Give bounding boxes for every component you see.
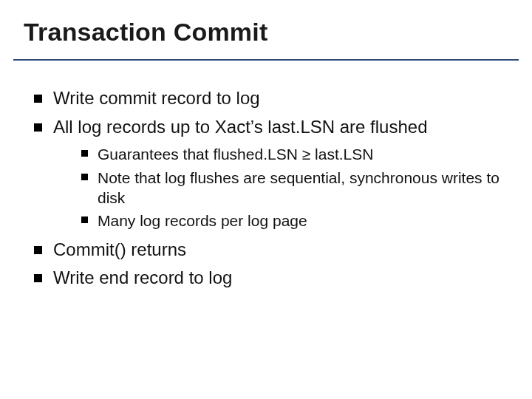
bullet-text: All log records up to Xact’s last.LSN ar… <box>53 117 427 137</box>
sub-bullet-item: Note that log flushes are sequential, sy… <box>78 168 502 208</box>
slide: Transaction Commit Write commit record t… <box>0 0 532 399</box>
slide-content: Write commit record to log All log recor… <box>30 87 502 296</box>
sub-bullet-item: Many log records per log page <box>78 211 502 231</box>
sub-bullet-list: Guarantees that flushed.LSN ≥ last.LSN N… <box>53 144 502 231</box>
bullet-item: All log records up to Xact’s last.LSN ar… <box>30 116 502 231</box>
bullet-list: Write commit record to log All log recor… <box>30 87 502 290</box>
title-divider <box>13 59 519 61</box>
bullet-item: Write end record to log <box>30 267 502 290</box>
sub-bullet-item: Guarantees that flushed.LSN ≥ last.LSN <box>78 144 502 164</box>
bullet-item: Commit() returns <box>30 239 502 262</box>
slide-title: Transaction Commit <box>24 18 267 47</box>
bullet-item: Write commit record to log <box>30 87 502 110</box>
sub-bullet-text: Guarantees that flushed.LSN <box>98 146 302 163</box>
geq-symbol: ≥ <box>302 146 311 163</box>
sub-bullet-text: last.LSN <box>310 146 373 163</box>
